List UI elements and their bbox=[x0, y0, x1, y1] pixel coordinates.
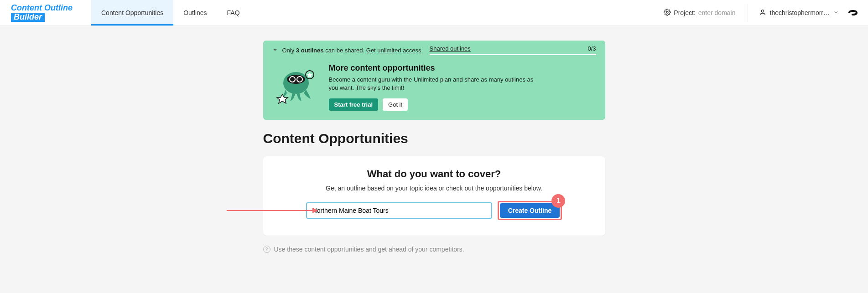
project-label: Project: bbox=[674, 9, 695, 16]
logo-line2: Builder bbox=[11, 13, 45, 22]
project-selector[interactable]: Project: enter domain bbox=[655, 9, 744, 17]
input-row: Create Outline 1 bbox=[277, 201, 592, 220]
top-right: Project: enter domain thechristophermorr… bbox=[655, 0, 868, 26]
shared-outlines-label[interactable]: Shared outlines bbox=[430, 45, 471, 52]
annotation-highlight: Create Outline 1 bbox=[498, 201, 562, 220]
shared-progress-bar bbox=[430, 54, 596, 55]
svg-point-0 bbox=[666, 11, 668, 13]
top-bar: Content Outline Builder Content Opportun… bbox=[0, 0, 868, 26]
unlimited-access-link[interactable]: Get unlimited access bbox=[366, 47, 421, 54]
svg-point-7 bbox=[297, 77, 302, 82]
card-heading: What do you want to cover? bbox=[277, 168, 592, 180]
semrush-icon[interactable] bbox=[847, 7, 859, 19]
svg-marker-10 bbox=[312, 208, 318, 213]
user-name: thechristophermorr… bbox=[770, 9, 830, 16]
tab-outlines[interactable]: Outlines bbox=[173, 0, 217, 26]
footer-hint-text: Use these content opportunities and get … bbox=[274, 246, 464, 253]
chevron-down-icon bbox=[833, 9, 839, 16]
got-it-button[interactable]: Got it bbox=[383, 98, 408, 111]
annotation-arrow-icon bbox=[227, 207, 318, 214]
banner-limit-text: Only 3 outlines can be shared. Get unlim… bbox=[282, 47, 421, 54]
mascot-illustration bbox=[273, 63, 319, 107]
card-subtext: Get an outline based on your topic idea … bbox=[277, 185, 592, 192]
main-tabs: Content Opportunities Outlines FAQ bbox=[91, 0, 250, 26]
banner-title: More content opportunities bbox=[329, 63, 539, 73]
help-icon: ? bbox=[263, 246, 270, 253]
banner-top-row: Only 3 outlines can be shared. Get unlim… bbox=[263, 41, 605, 60]
banner-text: More content opportunities Become a cont… bbox=[329, 63, 539, 111]
tab-faq[interactable]: FAQ bbox=[217, 0, 250, 26]
svg-point-6 bbox=[290, 77, 295, 82]
start-free-trial-button[interactable]: Start free trial bbox=[329, 98, 379, 111]
svg-point-1 bbox=[761, 10, 764, 12]
banner-body-text: Become a content guru with the Unlimited… bbox=[329, 76, 539, 92]
gear-icon bbox=[664, 9, 671, 17]
logo-line1: Content Outline bbox=[11, 4, 73, 13]
app-logo[interactable]: Content Outline Builder bbox=[0, 4, 91, 22]
main-container: Only 3 outlines can be shared. Get unlim… bbox=[263, 41, 605, 253]
shared-outlines-block: Shared outlines 0/3 bbox=[430, 45, 596, 55]
project-domain-placeholder: enter domain bbox=[698, 9, 736, 16]
footer-hint: ? Use these content opportunities and ge… bbox=[263, 246, 605, 253]
topic-card: What do you want to cover? Get an outlin… bbox=[263, 156, 605, 236]
tab-content-opportunities[interactable]: Content Opportunities bbox=[91, 0, 173, 26]
user-icon bbox=[759, 9, 766, 17]
banner-body: More content opportunities Become a cont… bbox=[263, 60, 605, 120]
vertical-divider bbox=[748, 4, 748, 22]
topic-input[interactable] bbox=[306, 202, 492, 219]
annotation-badge: 1 bbox=[551, 194, 565, 208]
chevron-down-icon[interactable] bbox=[272, 47, 278, 54]
user-menu[interactable]: thechristophermorr… bbox=[751, 9, 847, 17]
upgrade-banner: Only 3 outlines can be shared. Get unlim… bbox=[263, 41, 605, 120]
create-outline-button[interactable]: Create Outline bbox=[500, 203, 560, 218]
shared-outlines-count: 0/3 bbox=[587, 45, 596, 52]
page-title: Content Opportunities bbox=[263, 131, 605, 146]
